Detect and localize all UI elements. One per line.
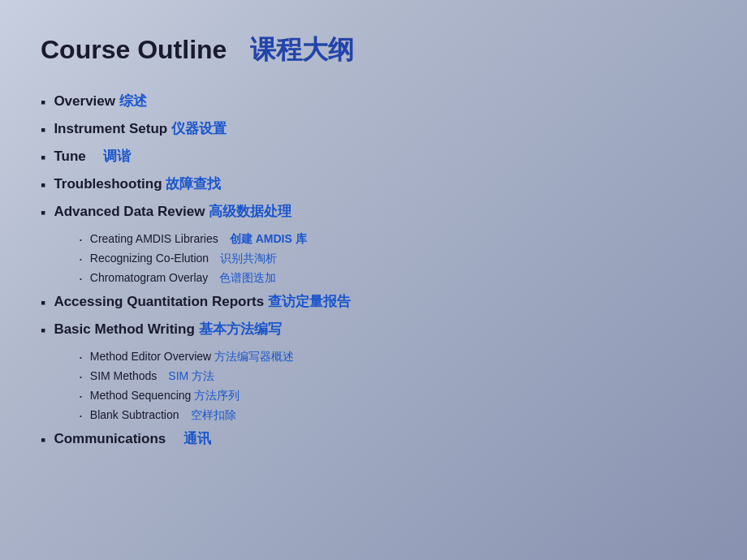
bullet-english: Basic Method Writing (54, 321, 194, 337)
bullet-marker: ▪ (41, 174, 45, 196)
bullet-english: Tune (54, 149, 85, 164)
bullet-english: Overview (54, 93, 115, 109)
bullet-text: Communications 通讯 (54, 429, 211, 450)
bullet-marker: ▪ (41, 119, 45, 141)
bullet-chinese-l2: SIM 方法 (168, 369, 214, 382)
title-chinese: 课程大纲 (250, 35, 354, 64)
bullet-blank-subtraction: • Blank Subtraction 空样扣除 (80, 407, 706, 424)
bullet-marker-l2: • (80, 373, 82, 382)
bullet-marker-l2: • (80, 235, 82, 245)
bullet-chinese: 高级数据处理 (209, 204, 291, 219)
bullet-chinese-l2: 色谱图迭加 (219, 271, 276, 284)
bullet-marker-l2: • (80, 392, 82, 402)
bullet-marker-l2: • (80, 255, 82, 265)
bullet-english: Instrument Setup (54, 121, 167, 136)
bullet-overview: ▪ Overview 综述 (41, 91, 706, 114)
bullet-chinese-l2: 创建 AMDIS 库 (230, 232, 307, 245)
bullet-method-sequencing: • Method Sequencing 方法序列 (80, 387, 706, 404)
slide: Course Outline 课程大纲 ▪ Overview 综述 ▪ Inst… (0, 0, 747, 560)
bullet-marker: ▪ (41, 147, 45, 169)
slide-title: Course Outline 课程大纲 (41, 32, 706, 68)
bullet-english: Advanced Data Review (54, 204, 205, 219)
bullet-chromatogram-overlay: • Chromatogram Overlay 色谱图迭加 (80, 269, 706, 286)
bullet-advanced-data-review: ▪ Advanced Data Review 高级数据处理 (41, 201, 706, 224)
bullet-text: Basic Method Writing 基本方法编写 (54, 319, 281, 340)
bullet-english: Troubleshooting (54, 176, 162, 192)
bullet-marker-l2: • (80, 353, 82, 363)
bullet-marker-l2: • (80, 274, 82, 284)
bullet-chinese: 综述 (119, 93, 147, 109)
bullet-text: Advanced Data Review 高级数据处理 (54, 201, 291, 222)
bullet-communications: ▪ Communications 通讯 (41, 429, 706, 451)
bullet-accessing-quantitation: ▪ Accessing Quantitation Reports 查访定量报告 (41, 291, 706, 314)
bullet-marker-l2: • (80, 411, 82, 421)
bullet-chinese: 调谐 (89, 149, 131, 164)
bullet-text-l2: Chromatogram Overlay 色谱图迭加 (90, 269, 277, 286)
content-area: ▪ Overview 综述 ▪ Instrument Setup 仪器设置 ▪ … (41, 91, 706, 451)
bullet-text: Accessing Quantitation Reports 查访定量报告 (54, 291, 351, 312)
bullet-text: Tune 调谐 (54, 146, 131, 167)
bullet-troubleshooting: ▪ Troubleshooting 故障查找 (41, 174, 706, 196)
bullet-tune: ▪ Tune 调谐 (41, 146, 706, 169)
bullet-method-editor-overview: • Method Editor Overview 方法编写器概述 (80, 348, 706, 365)
bullet-text: Overview 综述 (54, 91, 146, 112)
basic-method-subitems: • Method Editor Overview 方法编写器概述 • SIM M… (41, 348, 706, 424)
bullet-recognizing-coelution: • Recognizing Co-Elution 识别共淘析 (80, 250, 706, 267)
bullet-text-l2: Recognizing Co-Elution 识别共淘析 (90, 250, 277, 267)
bullet-chinese-l2: 方法编写器概述 (214, 350, 294, 363)
bullet-chinese: 查访定量报告 (268, 294, 351, 309)
bullet-chinese: 基本方法编写 (199, 321, 282, 337)
bullet-text: Instrument Setup 仪器设置 (54, 118, 227, 140)
bullet-sim-methods: • SIM Methods SIM 方法 (80, 368, 706, 385)
bullet-text-l2: Method Editor Overview 方法编写器概述 (90, 348, 294, 365)
bullet-chinese-l2: 识别共淘析 (220, 252, 277, 265)
bullet-marker: ▪ (41, 92, 45, 114)
bullet-text-l2: Method Sequencing 方法序列 (90, 387, 240, 404)
bullet-chinese-l2: 空样扣除 (191, 408, 236, 421)
bullet-chinese: 仪器设置 (171, 121, 227, 136)
bullet-english: Communications (54, 431, 166, 446)
bullet-creating-amdis: • Creating AMDIS Libraries 创建 AMDIS 库 (80, 230, 706, 248)
bullet-marker: ▪ (41, 202, 45, 224)
bullet-instrument-setup: ▪ Instrument Setup 仪器设置 (41, 118, 706, 141)
bullet-text-l2: Creating AMDIS Libraries 创建 AMDIS 库 (90, 230, 307, 248)
bullet-marker: ▪ (41, 320, 45, 342)
bullet-marker: ▪ (41, 429, 45, 451)
bullet-chinese: 通讯 (170, 431, 211, 446)
bullet-chinese-l2: 方法序列 (194, 389, 240, 402)
bullet-chinese: 故障查找 (166, 176, 221, 192)
bullet-marker: ▪ (41, 292, 45, 314)
bullet-basic-method-writing: ▪ Basic Method Writing 基本方法编写 (41, 319, 706, 342)
bullet-text-l2: Blank Subtraction 空样扣除 (90, 407, 236, 424)
bullet-english: Accessing Quantitation Reports (54, 294, 264, 309)
advanced-data-subitems: • Creating AMDIS Libraries 创建 AMDIS 库 • … (41, 230, 706, 286)
title-english: Course Outline (41, 35, 227, 64)
bullet-text-l2: SIM Methods SIM 方法 (90, 368, 214, 385)
bullet-text: Troubleshooting 故障查找 (54, 174, 221, 195)
